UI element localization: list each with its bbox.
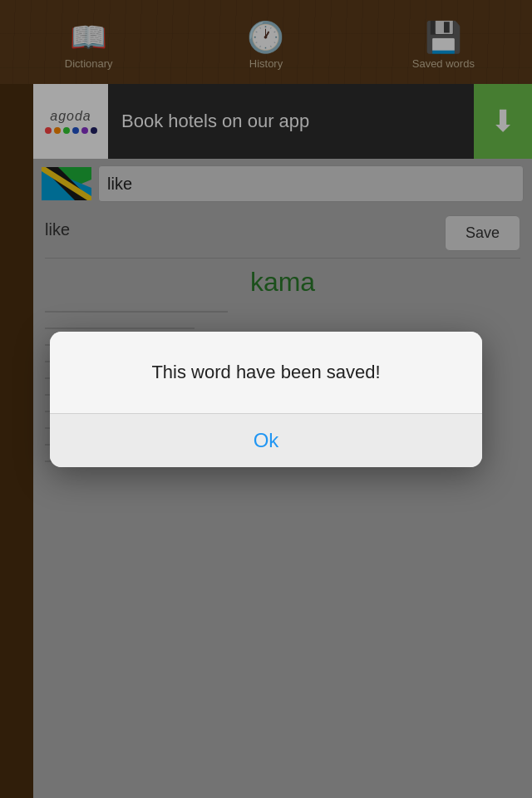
modal-message: This word have been saved! — [50, 332, 482, 414]
modal-overlay: This word have been saved! Ok — [0, 0, 532, 798]
modal-ok-button[interactable]: Ok — [254, 429, 279, 452]
modal-box: This word have been saved! Ok — [50, 332, 482, 467]
modal-ok-area: Ok — [50, 414, 482, 467]
